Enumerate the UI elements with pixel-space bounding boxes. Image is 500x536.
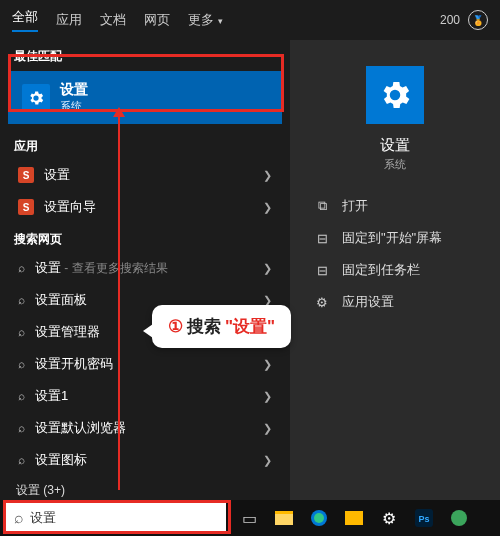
best-match-title: 设置 — [60, 81, 88, 99]
pin-start-icon: ⊟ — [314, 231, 330, 246]
search-icon: ⌕ — [14, 509, 24, 527]
action-open[interactable]: ⧉ 打开 — [308, 190, 482, 222]
web-result-item[interactable]: ⌕ 设置默认浏览器 ❯ — [0, 412, 290, 444]
svg-point-7 — [451, 510, 467, 526]
chevron-right-icon: ❯ — [263, 262, 272, 275]
web-result-suffix: - 查看更多搜索结果 — [61, 261, 168, 275]
action-label: 打开 — [342, 197, 368, 215]
app-result-label: 设置 — [44, 166, 70, 184]
app-icon[interactable] — [450, 509, 468, 527]
web-result-item[interactable]: ⌕ 设置图标 ❯ — [0, 444, 290, 476]
web-result-label: 设置1 — [35, 387, 68, 405]
web-result-item[interactable]: ⌕ 设置开机密码 ❯ — [0, 348, 290, 380]
folder-icon[interactable] — [345, 509, 363, 527]
web-result-label: 设置 — [35, 260, 61, 275]
tab-apps[interactable]: 应用 — [56, 11, 82, 29]
web-result-label: 设置面板 — [35, 291, 87, 309]
section-apps: 应用 — [0, 130, 290, 159]
gear-icon — [366, 66, 424, 124]
search-icon: ⌕ — [18, 261, 25, 275]
web-result-label: 设置管理器 — [35, 323, 100, 341]
search-icon: ⌕ — [18, 453, 25, 467]
search-icon: ⌕ — [18, 293, 25, 307]
results-pane: 最佳匹配 设置 系统 应用 S 设置 ❯ S 设置向导 ❯ 搜索网页 ⌕ 设置 … — [0, 40, 290, 504]
web-result-item[interactable]: ⌕ 设置面板 ❯ — [0, 284, 290, 316]
action-pin-start[interactable]: ⊟ 固定到"开始"屏幕 — [308, 222, 482, 254]
rewards-points[interactable]: 200 — [440, 13, 460, 27]
rewards-badge-icon[interactable]: 🏅 — [468, 10, 488, 30]
search-icon: ⌕ — [18, 325, 25, 339]
best-match-subtitle: 系统 — [60, 99, 88, 114]
taskbar-search[interactable]: ⌕ — [6, 503, 226, 533]
photoshop-icon[interactable]: Ps — [415, 509, 433, 527]
taskbar: ⌕ ▭ ⚙ Ps — [0, 500, 500, 536]
web-result-label: 设置默认浏览器 — [35, 419, 126, 437]
app-result-item[interactable]: S 设置向导 ❯ — [0, 191, 290, 223]
section-best-match: 最佳匹配 — [0, 40, 290, 69]
tab-docs[interactable]: 文档 — [100, 11, 126, 29]
explorer-icon[interactable] — [275, 509, 293, 527]
chevron-down-icon: ▾ — [218, 16, 223, 26]
web-result-label: 设置开机密码 — [35, 355, 113, 373]
svg-rect-4 — [345, 511, 363, 525]
search-header: 全部 应用 文档 网页 更多 ▾ 200 🏅 — [0, 0, 500, 40]
pin-taskbar-icon: ⊟ — [314, 263, 330, 278]
action-label: 固定到任务栏 — [342, 261, 420, 279]
chevron-right-icon: ❯ — [263, 422, 272, 435]
web-result-item[interactable]: ⌕ 设置管理器 ❯ — [0, 316, 290, 348]
preview-pane: 设置 系统 ⧉ 打开 ⊟ 固定到"开始"屏幕 ⊟ 固定到任务栏 ⚙ 应用设置 — [290, 40, 500, 504]
web-result-label: 设置图标 — [35, 451, 87, 469]
chevron-right-icon: ❯ — [263, 454, 272, 467]
app-result-item[interactable]: S 设置 ❯ — [0, 159, 290, 191]
chevron-right-icon: ❯ — [263, 390, 272, 403]
search-icon: ⌕ — [18, 357, 25, 371]
tab-more[interactable]: 更多 ▾ — [188, 11, 223, 29]
svg-rect-1 — [275, 514, 293, 525]
svg-text:Ps: Ps — [418, 514, 429, 524]
gear-icon — [22, 84, 50, 112]
svg-point-3 — [314, 513, 324, 523]
sogou-icon: S — [18, 199, 34, 215]
action-pin-taskbar[interactable]: ⊟ 固定到任务栏 — [308, 254, 482, 286]
action-label: 固定到"开始"屏幕 — [342, 229, 442, 247]
chevron-right-icon: ❯ — [263, 294, 272, 307]
chevron-right-icon: ❯ — [263, 169, 272, 182]
web-result-item[interactable]: ⌕ 设置1 ❯ — [0, 380, 290, 412]
preview-subtitle: 系统 — [384, 157, 406, 172]
section-web: 搜索网页 — [0, 223, 290, 252]
search-input[interactable] — [30, 511, 218, 526]
web-result-item[interactable]: ⌕ 设置 - 查看更多搜索结果 ❯ — [0, 252, 290, 284]
action-label: 应用设置 — [342, 293, 394, 311]
action-app-settings[interactable]: ⚙ 应用设置 — [308, 286, 482, 318]
tab-all[interactable]: 全部 — [12, 8, 38, 32]
chevron-right-icon: ❯ — [263, 358, 272, 371]
edge-icon[interactable] — [310, 509, 328, 527]
preview-title: 设置 — [380, 136, 410, 155]
chevron-right-icon: ❯ — [263, 201, 272, 214]
best-match-item[interactable]: 设置 系统 — [8, 71, 282, 124]
chevron-right-icon: ❯ — [263, 326, 272, 339]
search-icon: ⌕ — [18, 421, 25, 435]
app-result-label: 设置向导 — [44, 198, 96, 216]
task-view-icon[interactable]: ▭ — [240, 509, 258, 527]
search-icon: ⌕ — [18, 389, 25, 403]
sogou-icon: S — [18, 167, 34, 183]
settings-icon[interactable]: ⚙ — [380, 509, 398, 527]
tab-web[interactable]: 网页 — [144, 11, 170, 29]
open-icon: ⧉ — [314, 198, 330, 214]
gear-small-icon: ⚙ — [314, 295, 330, 310]
